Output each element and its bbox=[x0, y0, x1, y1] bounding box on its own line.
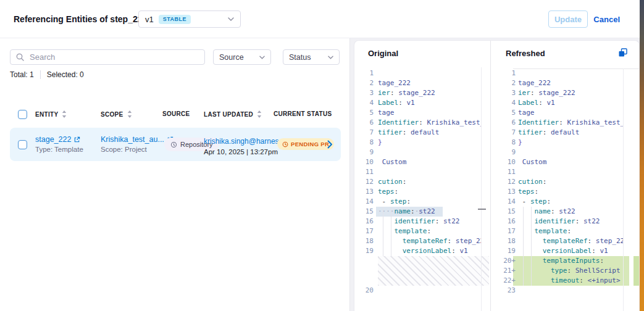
code-line: 8} bbox=[354, 138, 481, 147]
original-pane-title: Original bbox=[368, 49, 398, 58]
code-line: 1 bbox=[491, 68, 623, 78]
status-filter-dropdown[interactable]: Status bbox=[283, 49, 340, 65]
refreshed-pane-title: Refreshed bbox=[506, 49, 545, 58]
code-line: 17 template: bbox=[354, 226, 481, 236]
total-count: Total: 1 bbox=[10, 70, 34, 79]
status-filter-label: Status bbox=[289, 53, 311, 62]
code-line: 17 template: bbox=[491, 226, 623, 236]
code-line: 8} bbox=[491, 138, 623, 147]
code-line: 15 name: st22 bbox=[491, 207, 623, 217]
code-line: 3ier: stage_222 bbox=[491, 88, 623, 98]
search-icon bbox=[16, 53, 24, 61]
updated-by-link[interactable]: krishika.singh@harnes... bbox=[204, 137, 285, 146]
code-line: 16 identifier: st22 bbox=[491, 217, 623, 226]
version-dropdown[interactable]: v1 STABLE bbox=[138, 10, 241, 28]
indent-guide bbox=[523, 207, 524, 286]
code-line: 13teps: bbox=[491, 187, 623, 197]
search-box[interactable] bbox=[10, 49, 205, 65]
code-line: 14 - step: bbox=[491, 197, 623, 207]
code-line: 20+ templateInputs: bbox=[491, 256, 629, 266]
clock-icon bbox=[282, 141, 288, 147]
source-filter-label: Source bbox=[219, 53, 244, 62]
search-input[interactable] bbox=[28, 52, 199, 62]
page-header: Referencing Entities of step_222 v1 STAB… bbox=[0, 0, 644, 38]
sort-icon[interactable] bbox=[62, 110, 67, 118]
code-line: 21+ type: ShellScript bbox=[491, 266, 629, 276]
overview-ruler-added-marker bbox=[634, 256, 640, 286]
code-line: 5tage bbox=[354, 108, 481, 118]
source-filter-dropdown[interactable]: Source bbox=[213, 49, 271, 65]
cancel-button[interactable]: Cancel bbox=[590, 10, 624, 28]
scope-cell: Krishika_test_au... Scope: Project bbox=[101, 135, 174, 153]
indent-guide bbox=[391, 207, 391, 256]
column-header-last-updated: LAST UPDATED bbox=[204, 110, 262, 118]
code-line: 1 bbox=[354, 68, 481, 78]
table-row[interactable]: stage_222 Type: Template Krishika_test_a… bbox=[10, 128, 341, 161]
code-line: 19 versionLabel: v1 bbox=[491, 246, 623, 256]
refreshed-code-pane[interactable]: 12tage_2223ier: stage_2224Label: v15tage… bbox=[491, 68, 640, 296]
chevron-down-icon bbox=[328, 56, 333, 59]
scope-detail: Scope: Project bbox=[101, 146, 174, 153]
code-line: 14 - step: bbox=[354, 197, 481, 207]
code-line: 3ier: stage_222 bbox=[354, 88, 481, 98]
code-line: 19 versionLabel: v1 bbox=[354, 246, 481, 256]
code-line: 9 bbox=[491, 147, 623, 157]
entity-cell: stage_222 Type: Template bbox=[35, 135, 83, 153]
code-line: 10 Custom bbox=[491, 157, 623, 167]
code-line: 11 bbox=[491, 167, 623, 177]
column-header-current-status: CURRENT STATUS bbox=[274, 110, 332, 117]
code-line: 6Identifier: Krishika_test_aut bbox=[491, 118, 623, 128]
collapsed-diff-gap bbox=[378, 256, 489, 286]
external-link-icon[interactable] bbox=[73, 136, 80, 143]
code-line: 2tage_222 bbox=[354, 78, 481, 88]
row-expand-chevron-icon[interactable] bbox=[327, 140, 333, 149]
selected-count: Selected: 0 bbox=[47, 70, 84, 79]
stable-badge: STABLE bbox=[159, 15, 191, 24]
row-checkbox[interactable] bbox=[18, 140, 27, 149]
results-summary: Total: 1 Selected: 0 bbox=[10, 70, 84, 79]
code-line: 11 bbox=[354, 167, 481, 177]
last-updated-cell: krishika.singh@harnes... Apr 10, 2025 | … bbox=[204, 135, 285, 156]
code-line: 9 bbox=[354, 147, 481, 157]
code-line: 4Label: v1 bbox=[354, 98, 481, 108]
chevron-down-icon bbox=[259, 56, 265, 59]
indent-guide bbox=[531, 207, 532, 286]
entity-type: Type: Template bbox=[35, 146, 83, 153]
status-badge: PENDING PR bbox=[277, 138, 334, 150]
sort-icon[interactable] bbox=[257, 110, 262, 118]
version-value: v1 bbox=[145, 15, 154, 24]
code-line: 16 identifier: st22 bbox=[354, 217, 481, 226]
editor-boundary-line bbox=[623, 68, 624, 311]
copy-icon bbox=[617, 48, 628, 58]
code-line: 5tage bbox=[491, 108, 623, 118]
code-line: 2tage_222 bbox=[491, 78, 623, 88]
column-header-entity: ENTITY bbox=[35, 110, 67, 118]
code-line: 23 bbox=[491, 286, 623, 296]
code-line: 22+ timeout: <+input> bbox=[491, 276, 629, 286]
code-line: 12cution: bbox=[354, 177, 481, 187]
code-line: 18 templateRef: step_222 bbox=[491, 236, 623, 246]
code-line: 7tifier: default bbox=[491, 128, 623, 138]
code-line: 12cution: bbox=[491, 177, 623, 187]
diff-change-marker bbox=[478, 209, 486, 210]
sort-icon[interactable] bbox=[127, 110, 132, 118]
code-line: 20 bbox=[354, 286, 481, 296]
yaml-diff-card: Original Refreshed 12tage_2223ier: stage… bbox=[354, 40, 640, 311]
copy-button[interactable] bbox=[617, 48, 628, 60]
original-code-pane[interactable]: 12tage_2223ier: stage_2224Label: v15tage… bbox=[354, 68, 490, 296]
column-header-source: SOURCE bbox=[162, 110, 190, 117]
code-line: 4Label: v1 bbox=[491, 98, 623, 108]
code-line: 6Identifier: Krishika_test_aut bbox=[354, 118, 481, 128]
updated-at: Apr 10, 2025 | 13:27pm bbox=[204, 148, 285, 156]
chevron-down-icon bbox=[228, 17, 234, 21]
divider bbox=[40, 70, 41, 79]
column-header-scope: SCOPE bbox=[101, 110, 132, 118]
code-line: 15····name:·st22 bbox=[354, 207, 481, 217]
select-all-checkbox[interactable] bbox=[18, 110, 27, 119]
code-line: 10 Custom bbox=[354, 157, 481, 167]
entity-link[interactable]: stage_222 bbox=[35, 135, 71, 144]
scope-link[interactable]: Krishika_test_au... bbox=[101, 135, 164, 144]
code-line: 13teps: bbox=[354, 187, 481, 197]
code-line: 7tifier: default bbox=[354, 128, 481, 138]
update-button[interactable]: Update bbox=[548, 10, 588, 28]
